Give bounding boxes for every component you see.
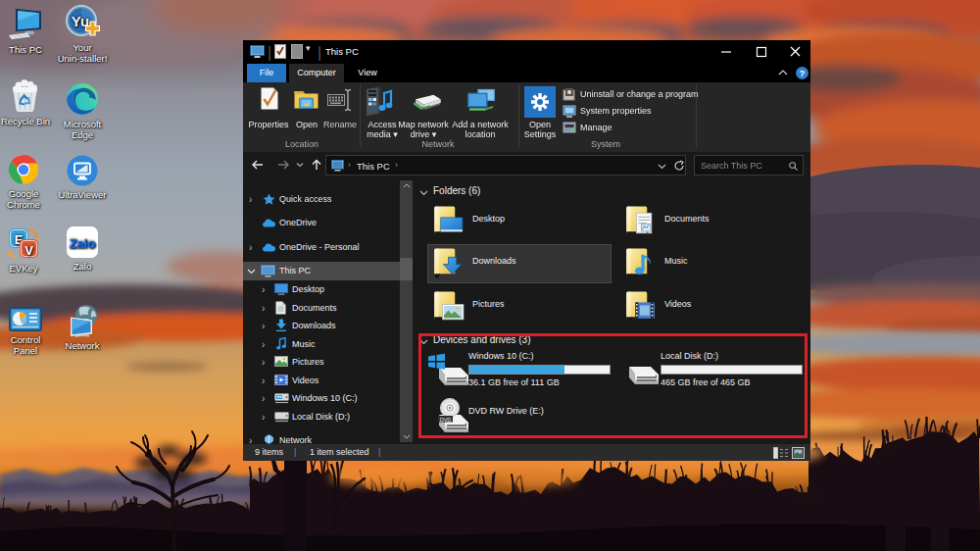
svg-text:Zalo: Zalo	[70, 236, 96, 251]
svg-text:V: V	[24, 243, 33, 258]
svg-text:?: ?	[800, 68, 806, 78]
